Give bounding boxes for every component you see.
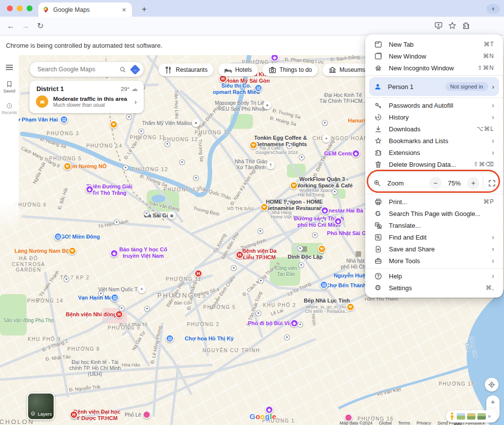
search-input[interactable] [36, 65, 119, 73]
map-marker-pagoda[interactable]: + [138, 285, 146, 294]
map-marker-transit[interactable]: ■ [332, 189, 337, 194]
imagery-thumbnail[interactable] [467, 413, 475, 420]
directions-button[interactable]: → [130, 64, 140, 74]
new-tab-button[interactable]: + [139, 4, 150, 15]
map-marker-transit[interactable]: ■ [284, 335, 289, 340]
attribution-global[interactable]: Global [379, 421, 392, 425]
map-marker-purple[interactable]: ◆ [290, 319, 299, 328]
map-marker-red-h[interactable]: H [236, 251, 244, 259]
close-window-button[interactable] [7, 5, 13, 11]
map-zoom-in-button[interactable]: + [486, 395, 500, 408]
map-marker-orange[interactable]: Ψ [63, 162, 72, 171]
maximize-window-button[interactable] [27, 5, 32, 11]
map-marker-transit[interactable]: ■ [299, 263, 304, 268]
pegman-icon[interactable] [449, 412, 455, 421]
map-marker-purple[interactable]: ◆ [321, 207, 329, 215]
reload-button[interactable]: ↻ [34, 20, 46, 32]
map-marker-transit[interactable]: ■ [256, 311, 261, 316]
map-marker-magenta[interactable] [143, 411, 151, 419]
menu-item-more-tools[interactable]: More Tools› [365, 255, 503, 267]
map-marker-orange[interactable]: Ψ [110, 121, 118, 129]
map-marker-blue[interactable]: ▤ [111, 294, 119, 302]
menu-item-new-incognito-window[interactable]: New Incognito Window⇧⌘N [365, 62, 503, 74]
map-marker-transit[interactable]: ■ [258, 229, 263, 234]
bookmark-star-icon[interactable] [448, 21, 457, 30]
browser-tab[interactable]: Google Maps × [38, 2, 132, 17]
map-marker-orange[interactable]: Ψ [250, 141, 258, 150]
map-marker-transit[interactable]: ■ [180, 160, 185, 165]
area-info-card[interactable]: District 1 29° ☁ Moderate traffic in thi… [30, 81, 144, 113]
map-marker-transit[interactable]: ■ [322, 121, 327, 125]
menu-item-new-tab[interactable]: New Tab⌘T [365, 38, 503, 50]
menu-item-delete-browsing-data[interactable]: Delete Browsing Data...⇧⌘⌫ [365, 158, 503, 170]
map-marker-orange[interactable]: Ψ [318, 245, 326, 253]
map-marker-transit[interactable]: ■ [313, 233, 317, 238]
map-marker-blue[interactable]: ▤ [254, 84, 263, 92]
map-marker-red-h[interactable]: H [115, 310, 124, 319]
map-marker-red-h[interactable]: H [194, 270, 203, 278]
imagery-thumbnail[interactable] [477, 413, 486, 420]
imagery-thumbnail[interactable] [457, 413, 465, 420]
menu-item-passwords-and-autofill[interactable]: Passwords and Autofill› [365, 99, 503, 111]
map-marker-transit[interactable]: ■ [287, 144, 292, 149]
rail-saved[interactable]: Saved [0, 81, 19, 93]
map-marker-transit[interactable]: ■ [231, 266, 236, 271]
tab-close-icon[interactable]: × [120, 6, 128, 14]
map-marker-white[interactable]: ● [192, 119, 200, 127]
map-marker-transit[interactable]: ■ [258, 278, 263, 283]
maps-search-box[interactable]: → [30, 62, 144, 77]
chip-restaurants[interactable]: Restaurants [158, 63, 214, 76]
map-marker-transit[interactable]: ■ [114, 220, 119, 225]
menu-item-print[interactable]: Print...⌘P [365, 196, 503, 208]
map-marker-purple[interactable]: ◆ [352, 150, 360, 158]
map-marker-transit[interactable]: ■ [298, 322, 303, 327]
menu-item-search-this-page-with-google[interactable]: G Search This Page with Google... [365, 208, 503, 219]
map-marker-transit[interactable]: ■ [299, 155, 304, 160]
map-marker-transit[interactable]: ■ [193, 176, 198, 181]
chip-hotels[interactable]: Hotels [218, 63, 258, 76]
map-marker-blue[interactable]: ▤ [320, 281, 328, 289]
main-menu-hamburger-icon[interactable] [0, 64, 19, 72]
map-marker-purple[interactable]: ◆ [334, 217, 343, 226]
map-marker-transit[interactable]: ■ [64, 277, 69, 282]
map-marker-train[interactable]: ▣ [168, 212, 176, 220]
map-marker-blue[interactable]: ▤ [54, 233, 63, 241]
my-location-button[interactable] [485, 378, 499, 392]
map-marker-transit[interactable]: ■ [144, 211, 149, 216]
map-marker-orange[interactable]: Ψ [290, 182, 298, 190]
map-marker-transit[interactable]: ■ [123, 165, 128, 170]
back-button[interactable]: ← [5, 20, 17, 32]
map-marker-blue[interactable]: ▤ [60, 116, 68, 124]
menu-item-new-window[interactable]: New Window⌘N [365, 50, 503, 62]
attribution-terms[interactable]: Terms [398, 421, 410, 425]
menu-item-person[interactable]: Person 1 Not signed in › [369, 77, 499, 96]
map-marker-transit[interactable]: ■ [298, 246, 303, 251]
map-marker-purple[interactable]: ◆ [110, 249, 119, 258]
attribution-privacy[interactable]: Privacy [416, 421, 431, 425]
map-marker-red-h[interactable]: H [70, 411, 78, 419]
map-marker-blue[interactable]: ▤ [166, 334, 174, 343]
map-marker-transit[interactable]: ■ [98, 291, 103, 296]
extensions-icon[interactable] [462, 21, 471, 30]
menu-item-bookmarks-and-lists[interactable]: Bookmarks and Lists› [365, 135, 503, 147]
menu-item-translate[interactable]: Translate... [365, 219, 503, 231]
map-marker-transit[interactable]: ■ [165, 142, 170, 147]
rail-recents[interactable]: Recents [0, 102, 19, 115]
search-icon[interactable] [119, 66, 126, 73]
menu-item-downloads[interactable]: Downloads⌥⌘L [365, 123, 503, 135]
map-marker-white[interactable]: ● [263, 101, 272, 110]
menu-item-extensions[interactable]: Extensions› [365, 147, 503, 158]
map-marker-purple[interactable]: ◆ [86, 185, 94, 194]
map-marker-transit[interactable]: ■ [139, 129, 144, 134]
chevron-right-icon[interactable]: › [134, 97, 139, 106]
map-marker-transit[interactable]: ■ [126, 115, 131, 120]
minimize-window-button[interactable] [17, 5, 23, 11]
layers-button[interactable]: Layers [27, 393, 55, 420]
map-marker-transit[interactable]: ■ [320, 219, 325, 224]
menu-item-save-and-share[interactable]: Save and Share› [365, 243, 503, 255]
menu-item-find-and-edit[interactable]: Find and Edit› [365, 231, 503, 243]
map-marker-transit[interactable]: ■ [285, 202, 290, 207]
map-marker-transit[interactable]: ■ [119, 306, 124, 311]
menu-item-history[interactable]: History› [365, 111, 503, 123]
map-marker-orange[interactable]: Ψ [346, 303, 355, 311]
